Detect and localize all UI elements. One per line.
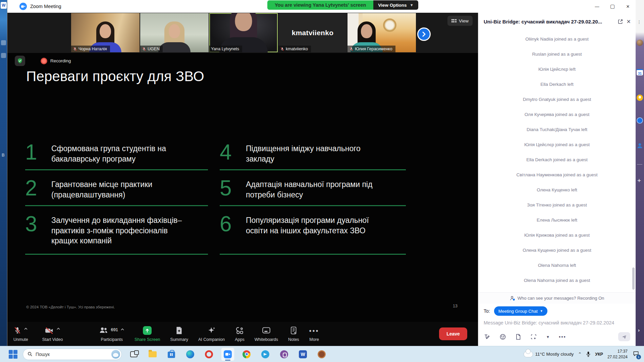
participants-count: 691 xyxy=(111,327,118,332)
language-indicator[interactable]: УКР xyxy=(595,352,603,357)
calendar-icon[interactable]: 31 xyxy=(637,69,643,75)
chrome-browser-icon[interactable] xyxy=(240,348,253,361)
background-desktop-sliver-right: ⋮ 31 + › xyxy=(636,0,644,346)
add-icon[interactable]: + xyxy=(637,177,641,184)
audio-options-chevron-icon[interactable] xyxy=(24,327,28,330)
apps-label: Apps xyxy=(235,337,245,342)
summary-button[interactable]: Summary xyxy=(170,326,188,342)
chat-scrollbar-thumb[interactable] xyxy=(632,267,635,290)
sync-icon[interactable] xyxy=(637,117,643,124)
video-tile-kmatviienko[interactable]: kmatviienko kmatviienko xyxy=(278,13,347,52)
scroll-participants-right-button[interactable] xyxy=(417,27,431,41)
chevron-down-icon: ▼ xyxy=(410,3,414,7)
benefit-number: 4 xyxy=(220,142,238,164)
message-input[interactable]: Message Uni-Biz Bridge: сучасний виклада… xyxy=(484,320,630,325)
notification-count-badge: 1 xyxy=(636,355,641,359)
slide-copyright: © 2024 ТОВ «Делойт і Туш». Усі права збе… xyxy=(26,305,115,309)
search-highlight-image[interactable] xyxy=(111,350,120,359)
emoji-icon[interactable] xyxy=(499,334,506,340)
video-options-chevron-icon[interactable] xyxy=(56,327,60,330)
chat-system-message: Юлія Крижова joined as a guest xyxy=(478,228,636,243)
maximize-button[interactable]: ▢ xyxy=(605,0,620,13)
security-shield-icon[interactable] xyxy=(15,56,25,66)
ai-companion-button[interactable]: AI Companion xyxy=(198,326,225,342)
more-button[interactable]: ••• More xyxy=(309,326,319,342)
weather-widget[interactable]: 11°C Mostly cloudy xyxy=(524,352,574,357)
browser-profile-icon[interactable] xyxy=(315,348,328,361)
notes-button[interactable]: Notes xyxy=(288,326,299,342)
contact-person-icon[interactable] xyxy=(637,142,643,149)
chat-system-message: Olena Nahorna left xyxy=(478,258,636,273)
taskbar-search[interactable]: Пошук xyxy=(23,349,122,360)
recipient-selector[interactable]: Meeting Group Chat ▼ xyxy=(494,306,547,316)
view-options-button[interactable]: View Options ▼ xyxy=(373,0,418,10)
chat-system-message: Diana Tuchak/Діана Тучак left xyxy=(478,122,636,137)
close-chat-icon[interactable]: ✕ xyxy=(627,18,631,25)
compose-more-icon[interactable]: ••• xyxy=(559,334,566,340)
recording-dot-icon xyxy=(41,58,47,64)
word-icon[interactable]: W xyxy=(296,348,310,361)
screenshot-icon[interactable] xyxy=(530,334,537,340)
share-screen-icon xyxy=(143,326,152,335)
share-screen-button[interactable]: Share Screen xyxy=(135,326,160,342)
video-tile-yuliia-herasymenko[interactable]: Юлия Герасименко xyxy=(347,13,416,52)
minimize-button[interactable]: — xyxy=(589,0,605,13)
task-view-button[interactable] xyxy=(127,348,141,361)
format-text-icon[interactable] xyxy=(484,334,490,340)
participant-name-label: UGEN xyxy=(140,46,163,52)
clock[interactable]: 17:37 27.02.2024 xyxy=(607,349,628,359)
start-video-button[interactable]: Start Video xyxy=(42,326,63,342)
mic-muted-icon xyxy=(13,326,21,335)
telegram-icon[interactable] xyxy=(259,348,272,361)
screenshot-chevron-icon[interactable]: ▼ xyxy=(546,335,550,339)
send-message-button[interactable] xyxy=(618,332,630,341)
muted-mic-icon xyxy=(73,47,77,51)
hidden-icons-chevron[interactable]: ⌃ xyxy=(578,352,582,357)
ai-companion-label: AI Companion xyxy=(198,337,225,342)
notes-label: Notes xyxy=(288,337,299,342)
whiteboards-button[interactable]: Whiteboards xyxy=(255,326,278,342)
benefit-number: 1 xyxy=(25,142,44,164)
keep-notes-icon[interactable] xyxy=(637,95,643,101)
viber-icon[interactable] xyxy=(277,348,291,361)
whiteboards-label: Whiteboards xyxy=(255,337,278,342)
chat-system-message: Елена Лысянюк left xyxy=(478,213,636,228)
participant-name-label: Юлия Герасименко xyxy=(347,46,395,52)
opera-browser-icon[interactable] xyxy=(202,348,216,361)
more-dots-icon: ••• xyxy=(309,328,319,333)
participant-name-label: Yana Lytvynets xyxy=(209,46,242,52)
chat-message-list[interactable]: Oliinyk Nadiia joined as a guest Ruslan … xyxy=(478,30,636,292)
participants-button[interactable]: 691 Participants xyxy=(99,326,124,342)
close-button[interactable]: ✕ xyxy=(620,0,636,13)
benefit-text: Залучення до викладання фахівців–​практи… xyxy=(51,215,196,248)
apps-button[interactable]: Apps xyxy=(235,326,245,342)
notifications-button[interactable]: 1 xyxy=(633,350,639,358)
attach-file-icon[interactable] xyxy=(515,334,521,340)
participants-chevron-icon[interactable] xyxy=(120,328,124,331)
pop-out-icon[interactable] xyxy=(618,19,623,24)
zoom-app-taskbar-icon[interactable] xyxy=(221,348,234,361)
benefit-text: Сформована група студентів на бакалаврсь… xyxy=(51,143,196,164)
slide-right-column: 4 Підвищення іміджу навчального закладу … xyxy=(220,143,406,264)
tray-mic-icon[interactable] xyxy=(586,351,591,357)
view-options-label: View Options xyxy=(378,3,407,8)
video-tile-ugen[interactable]: UGEN xyxy=(140,13,209,52)
file-explorer-icon[interactable] xyxy=(146,348,159,361)
microsoft-store-icon[interactable] xyxy=(165,348,178,361)
video-tile-chorna-nataliia[interactable]: Чорна Наталія xyxy=(71,13,140,52)
chevron-right-icon[interactable]: › xyxy=(638,327,640,333)
privacy-person-icon xyxy=(510,296,515,301)
start-button[interactable] xyxy=(8,349,18,359)
muted-mic-icon xyxy=(142,47,146,51)
video-tile-yana-lytvynets-active-speaker[interactable]: Yana Lytvynets xyxy=(209,13,278,52)
edge-browser-icon[interactable] xyxy=(183,348,197,361)
unmute-button[interactable]: Unmute xyxy=(13,326,28,342)
chat-system-message: Юлія Цейслєр joined as a guest xyxy=(478,137,636,152)
leave-button[interactable]: Leave xyxy=(439,327,467,340)
benefit-text: Популяризація програми дуальної освіти н… xyxy=(246,215,391,248)
view-layout-button[interactable]: View xyxy=(447,16,473,26)
chat-privacy-note[interactable]: Who can see your messages? Recording On xyxy=(478,292,636,304)
desktop-photo-icon[interactable] xyxy=(637,40,643,46)
send-plane-icon xyxy=(622,334,627,340)
slide-benefit-item: 3 Залучення до викладання фахівців–​прак… xyxy=(25,215,208,255)
